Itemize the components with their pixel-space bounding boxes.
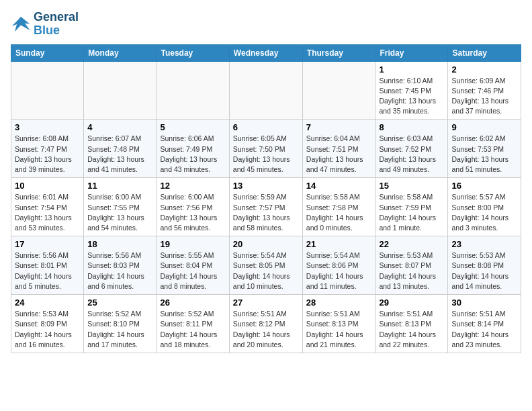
page-header: General Blue (11, 11, 521, 38)
day-number: 6 (233, 122, 299, 132)
calendar-cell: 8Sunrise: 6:03 AMSunset: 7:52 PMDaylight… (375, 120, 448, 178)
day-number: 10 (15, 181, 80, 191)
calendar-cell: 4Sunrise: 6:07 AMSunset: 7:48 PMDaylight… (84, 120, 157, 178)
calendar-week-row: 10Sunrise: 6:01 AMSunset: 7:54 PMDayligh… (11, 178, 521, 236)
day-info: Sunrise: 5:51 AMSunset: 8:13 PMDaylight:… (306, 310, 363, 349)
day-number: 7 (306, 122, 372, 132)
day-info: Sunrise: 5:54 AMSunset: 8:06 PMDaylight:… (306, 251, 363, 290)
day-number: 5 (161, 122, 226, 132)
calendar-header-row: SundayMondayTuesdayWednesdayThursdayFrid… (11, 44, 521, 61)
day-number: 11 (87, 181, 152, 191)
day-number: 21 (306, 239, 372, 249)
day-info: Sunrise: 5:57 AMSunset: 8:00 PMDaylight:… (451, 193, 508, 232)
calendar-cell: 15Sunrise: 5:58 AMSunset: 7:59 PMDayligh… (375, 178, 448, 236)
day-number: 1 (379, 64, 444, 75)
calendar-cell: 29Sunrise: 5:51 AMSunset: 8:13 PMDayligh… (375, 295, 448, 353)
day-number: 15 (379, 181, 444, 191)
day-info: Sunrise: 5:58 AMSunset: 7:59 PMDaylight:… (379, 193, 436, 232)
calendar-cell: 26Sunrise: 5:52 AMSunset: 8:11 PMDayligh… (157, 295, 229, 353)
day-info: Sunrise: 6:05 AMSunset: 7:50 PMDaylight:… (233, 134, 290, 173)
day-info: Sunrise: 6:01 AMSunset: 7:54 PMDaylight:… (15, 193, 72, 232)
calendar-cell: 23Sunrise: 5:53 AMSunset: 8:08 PMDayligh… (448, 236, 521, 295)
day-number: 30 (451, 298, 517, 308)
calendar-cell: 27Sunrise: 5:51 AMSunset: 8:12 PMDayligh… (229, 295, 302, 353)
day-info: Sunrise: 5:51 AMSunset: 8:13 PMDaylight:… (379, 310, 436, 349)
calendar-table: SundayMondayTuesdayWednesdayThursdayFrid… (11, 44, 521, 353)
day-number: 19 (161, 239, 226, 249)
day-number: 4 (87, 122, 152, 132)
day-number: 12 (161, 181, 226, 191)
logo-icon (11, 14, 31, 34)
calendar-cell: 18Sunrise: 5:56 AMSunset: 8:03 PMDayligh… (84, 236, 157, 295)
day-info: Sunrise: 5:53 AMSunset: 8:09 PMDaylight:… (15, 310, 72, 349)
calendar-cell: 30Sunrise: 5:51 AMSunset: 8:14 PMDayligh… (448, 295, 521, 353)
calendar-cell: 6Sunrise: 6:05 AMSunset: 7:50 PMDaylight… (229, 120, 302, 178)
day-info: Sunrise: 6:04 AMSunset: 7:51 PMDaylight:… (306, 134, 363, 173)
calendar-cell: 3Sunrise: 6:08 AMSunset: 7:47 PMDaylight… (11, 120, 84, 178)
day-number: 16 (451, 181, 517, 191)
day-info: Sunrise: 5:56 AMSunset: 8:01 PMDaylight:… (15, 251, 72, 290)
day-info: Sunrise: 5:53 AMSunset: 8:08 PMDaylight:… (451, 251, 508, 290)
day-number: 22 (379, 239, 444, 249)
day-info: Sunrise: 5:56 AMSunset: 8:03 PMDaylight:… (87, 251, 144, 290)
day-info: Sunrise: 6:10 AMSunset: 7:45 PMDaylight:… (379, 77, 436, 116)
day-number: 13 (233, 181, 299, 191)
calendar-cell: 14Sunrise: 5:58 AMSunset: 7:58 PMDayligh… (302, 178, 375, 236)
day-number: 26 (161, 298, 226, 308)
day-info: Sunrise: 5:53 AMSunset: 8:07 PMDaylight:… (379, 251, 436, 290)
day-info: Sunrise: 6:06 AMSunset: 7:49 PMDaylight:… (161, 134, 218, 173)
logo: General Blue (11, 11, 79, 38)
calendar-cell (157, 61, 229, 120)
calendar-cell: 16Sunrise: 5:57 AMSunset: 8:00 PMDayligh… (448, 178, 521, 236)
day-info: Sunrise: 6:03 AMSunset: 7:52 PMDaylight:… (379, 134, 436, 173)
svg-marker-0 (12, 17, 30, 32)
calendar-cell: 7Sunrise: 6:04 AMSunset: 7:51 PMDaylight… (302, 120, 375, 178)
day-number: 27 (233, 298, 299, 308)
column-header-friday: Friday (375, 44, 448, 61)
day-info: Sunrise: 5:55 AMSunset: 8:04 PMDaylight:… (161, 251, 218, 290)
calendar-cell: 1Sunrise: 6:10 AMSunset: 7:45 PMDaylight… (375, 61, 448, 120)
day-number: 20 (233, 239, 299, 249)
day-number: 24 (15, 298, 80, 308)
day-number: 28 (306, 298, 372, 308)
day-info: Sunrise: 5:58 AMSunset: 7:58 PMDaylight:… (306, 193, 363, 232)
calendar-week-row: 1Sunrise: 6:10 AMSunset: 7:45 PMDaylight… (11, 61, 521, 120)
day-info: Sunrise: 5:54 AMSunset: 8:05 PMDaylight:… (233, 251, 290, 290)
day-info: Sunrise: 5:51 AMSunset: 8:14 PMDaylight:… (451, 310, 508, 349)
calendar-cell: 25Sunrise: 5:52 AMSunset: 8:10 PMDayligh… (84, 295, 157, 353)
day-info: Sunrise: 5:52 AMSunset: 8:11 PMDaylight:… (161, 310, 218, 349)
day-number: 18 (87, 239, 152, 249)
column-header-saturday: Saturday (448, 44, 521, 61)
day-info: Sunrise: 6:00 AMSunset: 7:55 PMDaylight:… (87, 193, 144, 232)
calendar-cell: 20Sunrise: 5:54 AMSunset: 8:05 PMDayligh… (229, 236, 302, 295)
calendar-cell: 12Sunrise: 6:00 AMSunset: 7:56 PMDayligh… (157, 178, 229, 236)
calendar-cell (11, 61, 84, 120)
day-info: Sunrise: 6:02 AMSunset: 7:53 PMDaylight:… (451, 134, 508, 173)
calendar-cell: 10Sunrise: 6:01 AMSunset: 7:54 PMDayligh… (11, 178, 84, 236)
day-info: Sunrise: 5:59 AMSunset: 7:57 PMDaylight:… (233, 193, 290, 232)
column-header-thursday: Thursday (302, 44, 375, 61)
calendar-cell (229, 61, 302, 120)
day-number: 9 (451, 122, 517, 132)
calendar-week-row: 24Sunrise: 5:53 AMSunset: 8:09 PMDayligh… (11, 295, 521, 353)
calendar-cell: 22Sunrise: 5:53 AMSunset: 8:07 PMDayligh… (375, 236, 448, 295)
day-number: 2 (451, 64, 517, 75)
calendar-cell: 17Sunrise: 5:56 AMSunset: 8:01 PMDayligh… (11, 236, 84, 295)
calendar-cell: 24Sunrise: 5:53 AMSunset: 8:09 PMDayligh… (11, 295, 84, 353)
calendar-cell: 19Sunrise: 5:55 AMSunset: 8:04 PMDayligh… (157, 236, 229, 295)
column-header-sunday: Sunday (11, 44, 84, 61)
calendar-week-row: 17Sunrise: 5:56 AMSunset: 8:01 PMDayligh… (11, 236, 521, 295)
day-number: 23 (451, 239, 517, 249)
day-info: Sunrise: 6:00 AMSunset: 7:56 PMDaylight:… (161, 193, 218, 232)
day-info: Sunrise: 6:07 AMSunset: 7:48 PMDaylight:… (87, 134, 144, 173)
column-header-tuesday: Tuesday (157, 44, 229, 61)
calendar-cell (302, 61, 375, 120)
day-info: Sunrise: 6:08 AMSunset: 7:47 PMDaylight:… (15, 134, 72, 173)
calendar-cell: 2Sunrise: 6:09 AMSunset: 7:46 PMDaylight… (448, 61, 521, 120)
calendar-cell: 13Sunrise: 5:59 AMSunset: 7:57 PMDayligh… (229, 178, 302, 236)
calendar-cell: 28Sunrise: 5:51 AMSunset: 8:13 PMDayligh… (302, 295, 375, 353)
day-info: Sunrise: 6:09 AMSunset: 7:46 PMDaylight:… (451, 77, 508, 116)
column-header-monday: Monday (84, 44, 157, 61)
calendar-cell: 11Sunrise: 6:00 AMSunset: 7:55 PMDayligh… (84, 178, 157, 236)
day-number: 29 (379, 298, 444, 308)
